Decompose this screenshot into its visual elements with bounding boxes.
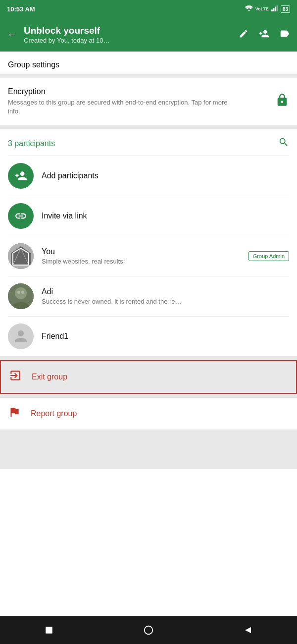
group-subtitle: Created by You, today at 10… [24, 37, 233, 44]
report-group-label: Report group [31, 409, 77, 418]
wifi-icon [245, 5, 253, 12]
svg-rect-2 [275, 7, 276, 11]
add-participant-icon[interactable] [258, 28, 269, 42]
volte-icon: VoLTE [255, 6, 269, 11]
status-time: 10:53 AM [7, 5, 35, 13]
svg-point-20 [145, 626, 153, 635]
nav-home-button[interactable] [143, 625, 154, 636]
report-group-icon [8, 406, 21, 422]
content: Group settings Encryption Messages to th… [0, 52, 297, 616]
edit-icon[interactable] [239, 29, 248, 41]
svg-rect-3 [276, 5, 278, 11]
header-title-block: Unblock yourself Created by You, today a… [24, 25, 233, 44]
header-actions [239, 28, 290, 42]
divider-1 [0, 74, 297, 78]
friend1-name: Friend1 [42, 332, 289, 341]
you-text: You Simple websites, real results! [42, 247, 241, 265]
encryption-block[interactable]: Encryption Messages to this group are se… [0, 78, 297, 125]
report-group-item[interactable]: Report group [0, 398, 297, 429]
invite-via-link-item[interactable]: Invite via link [0, 196, 297, 236]
member-adi[interactable]: Adi Success is never owned, it is rented… [0, 276, 297, 316]
svg-point-18 [21, 291, 24, 294]
svg-marker-21 [245, 627, 251, 633]
adi-avatar [8, 283, 34, 309]
friend1-avatar [8, 323, 34, 349]
nav-back-button[interactable] [244, 626, 252, 635]
svg-point-15 [15, 287, 27, 299]
add-participants-item[interactable]: Add participants [0, 156, 297, 196]
adi-name: Adi [42, 287, 289, 296]
add-participants-label: Add participants [42, 171, 289, 180]
participants-header: 3 participants [0, 129, 297, 156]
back-button[interactable]: ← [7, 28, 18, 41]
divider-4 [0, 394, 297, 398]
group-settings-label: Group settings [0, 52, 297, 74]
svg-rect-0 [271, 9, 273, 11]
invite-link-label: Invite via link [42, 212, 289, 220]
participants-count: 3 participants [8, 139, 55, 148]
group-title: Unblock yourself [24, 25, 233, 36]
add-participants-text: Add participants [42, 171, 289, 180]
member-friend1[interactable]: Friend1 [0, 317, 297, 356]
svg-rect-1 [273, 8, 274, 11]
add-participants-avatar [8, 163, 34, 189]
svg-point-17 [17, 291, 20, 294]
battery-icon: 83 [281, 5, 290, 13]
svg-rect-19 [46, 627, 53, 634]
bottom-spacer [0, 429, 297, 469]
invite-link-avatar [8, 203, 34, 229]
divider-2 [0, 125, 297, 129]
label-icon[interactable] [279, 28, 290, 42]
exit-group-item[interactable]: Exit group [0, 360, 297, 394]
search-participants-button[interactable] [278, 137, 289, 151]
header: ← Unblock yourself Created by You, today… [0, 18, 297, 52]
exit-group-label: Exit group [32, 373, 67, 381]
exit-group-icon [9, 369, 22, 385]
encryption-text: Encryption Messages to this group are se… [8, 87, 236, 116]
you-status: Simple websites, real results! [42, 258, 241, 265]
friend1-text: Friend1 [42, 332, 289, 341]
you-avatar [8, 243, 34, 269]
divider-3 [0, 356, 297, 360]
bottom-navigation [0, 616, 297, 644]
invite-link-text: Invite via link [42, 212, 289, 220]
status-icons: VoLTE 83 [245, 5, 290, 13]
signal-icon [271, 5, 278, 12]
nav-square-button[interactable] [45, 626, 53, 635]
group-admin-badge: Group Admin [248, 251, 289, 261]
encryption-description: Messages to this group are secured with … [8, 98, 236, 116]
adi-status: Success is never owned, it is rented and… [42, 298, 289, 305]
adi-text: Adi Success is never owned, it is rented… [42, 287, 289, 305]
encryption-title: Encryption [8, 87, 236, 96]
status-bar: 10:53 AM VoLTE 83 [0, 0, 297, 18]
member-you[interactable]: You Simple websites, real results! Group… [0, 236, 297, 276]
lock-icon [275, 93, 289, 110]
you-name: You [42, 247, 241, 256]
